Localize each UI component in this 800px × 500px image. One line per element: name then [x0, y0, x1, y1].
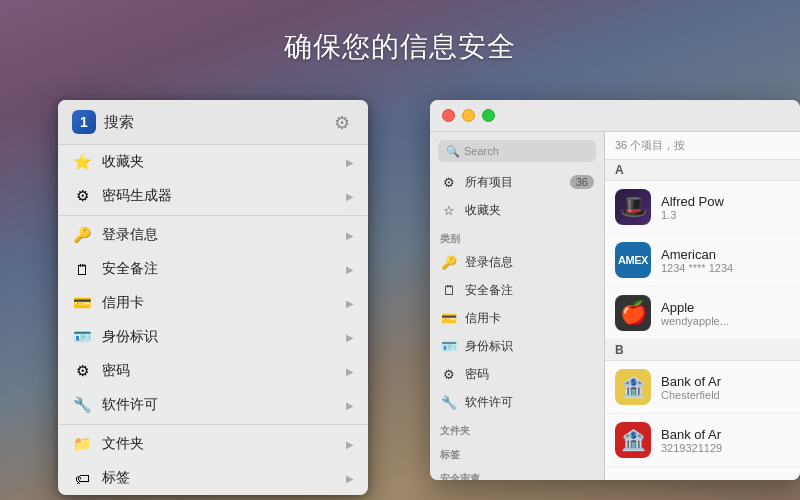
sidebar-item-secure-note[interactable]: 🗒 安全备注 — [430, 276, 604, 304]
arrow-icon: ▶ — [346, 298, 354, 309]
arrow-icon: ▶ — [346, 439, 354, 450]
section-title-categories: 类别 — [430, 224, 604, 248]
sidebar-item-identity[interactable]: 🪪 身份标识 — [430, 332, 604, 360]
identity-icon: 🪪 — [440, 337, 458, 355]
popup-item-favorites[interactable]: ⭐ 收藏夹 ▶ — [58, 145, 368, 179]
popup-item-credit-card[interactable]: 💳 信用卡 ▶ — [58, 286, 368, 320]
sidebar-item-password[interactable]: ⚙ 密码 — [430, 360, 604, 388]
credit-card-icon: 💳 — [72, 293, 92, 313]
amex-icon: AMEX — [615, 242, 651, 278]
sidebar-item-all-label: 所有项目 — [465, 174, 570, 191]
popup-item-password[interactable]: ⚙ 密码 ▶ — [58, 354, 368, 388]
popup-item-password-gen[interactable]: ⚙ 密码生成器 ▶ — [58, 179, 368, 213]
login-icon: 🔑 — [440, 253, 458, 271]
password-icon: ⚙ — [440, 365, 458, 383]
sidebar-login-label: 登录信息 — [465, 254, 594, 271]
search-placeholder: Search — [464, 145, 499, 157]
identity-icon: 🪪 — [72, 327, 92, 347]
all-items-count: 36 — [570, 175, 594, 189]
arrow-icon: ▶ — [346, 366, 354, 377]
entry-bank1[interactable]: 🏦 Bank of Ar Chesterfield — [605, 361, 800, 414]
arrow-icon: ▶ — [346, 332, 354, 343]
popup-menu: 1 搜索 ⚙ ⭐ 收藏夹 ▶ ⚙ 密码生成器 ▶ 🔑 登录信息 ▶ 🗒 安全备注… — [58, 100, 368, 495]
entry-name-apple: Apple — [661, 300, 790, 315]
entry-sub-bank1: Chesterfield — [661, 389, 790, 401]
sidebar-item-all[interactable]: ⚙ 所有项目 36 — [430, 168, 604, 196]
secure-note-icon: 🗒 — [72, 259, 92, 279]
popup-item-label: 软件许可 — [102, 396, 346, 414]
sidebar-item-software[interactable]: 🔧 软件许可 — [430, 388, 604, 416]
search-icon: 🔍 — [446, 145, 460, 158]
apple-icon: 🍎 — [615, 295, 651, 331]
entry-name-amex: American — [661, 247, 790, 262]
sidebar-secure-note-label: 安全备注 — [465, 282, 594, 299]
main-header: 36 个项目，按 — [605, 132, 800, 160]
tags-icon: 🏷 — [72, 468, 92, 488]
entry-amex[interactable]: AMEX American 1234 **** 1234 — [605, 234, 800, 287]
entry-bank2[interactable]: 🏦 Bank of Ar 3219321129 — [605, 414, 800, 467]
popup-item-label: 登录信息 — [102, 226, 346, 244]
entry-name-alfred: Alfred Pow — [661, 194, 790, 209]
entry-sub-bank2: 3219321129 — [661, 442, 790, 454]
popup-item-identity[interactable]: 🪪 身份标识 ▶ — [58, 320, 368, 354]
main-content: 36 个项目，按 A 🎩 Alfred Pow 1.3 AMEX America… — [605, 132, 800, 480]
popup-item-secure-note[interactable]: 🗒 安全备注 ▶ — [58, 252, 368, 286]
popup-item-label: 标签 — [102, 469, 346, 487]
close-button[interactable] — [442, 109, 455, 122]
bank1-icon: 🏦 — [615, 369, 651, 405]
popup-item-software[interactable]: 🔧 软件许可 ▶ — [58, 388, 368, 422]
sidebar-password-label: 密码 — [465, 366, 594, 383]
entry-text-bank1: Bank of Ar Chesterfield — [661, 374, 790, 401]
arrow-icon: ▶ — [346, 230, 354, 241]
onepassword-logo: 1 — [72, 110, 96, 134]
entry-text-bank2: Bank of Ar 3219321129 — [661, 427, 790, 454]
entry-apple[interactable]: 🍎 Apple wendyapple... — [605, 287, 800, 340]
divider — [58, 424, 368, 425]
bank2-icon: 🏦 — [615, 422, 651, 458]
sidebar-item-favorites-label: 收藏夹 — [465, 202, 594, 219]
favorites-icon: ☆ — [440, 201, 458, 219]
sidebar-credit-card-label: 信用卡 — [465, 310, 594, 327]
entry-alfred[interactable]: 🎩 Alfred Pow 1.3 — [605, 181, 800, 234]
popup-item-label: 身份标识 — [102, 328, 346, 346]
section-title-audit: 安全审查 — [430, 464, 604, 480]
all-items-icon: ⚙ — [440, 173, 458, 191]
popup-item-folder[interactable]: 📁 文件夹 ▶ — [58, 427, 368, 461]
sidebar-item-login[interactable]: 🔑 登录信息 — [430, 248, 604, 276]
entry-sub-apple: wendyapple... — [661, 315, 790, 327]
gear-icon[interactable]: ⚙ — [334, 112, 354, 132]
page-title: 确保您的信息安全 — [0, 28, 800, 66]
entry-text-amex: American 1234 **** 1234 — [661, 247, 790, 274]
section-b: B — [605, 340, 800, 361]
popup-item-label: 安全备注 — [102, 260, 346, 278]
arrow-icon: ▶ — [346, 264, 354, 275]
arrow-icon: ▶ — [346, 157, 354, 168]
password-gen-icon: ⚙ — [72, 186, 92, 206]
maximize-button[interactable] — [482, 109, 495, 122]
search-bar[interactable]: 🔍 Search — [438, 140, 596, 162]
popup-item-tags[interactable]: 🏷 标签 ▶ — [58, 461, 368, 495]
minimize-button[interactable] — [462, 109, 475, 122]
entry-name-bank2: Bank of Ar — [661, 427, 790, 442]
login-icon: 🔑 — [72, 225, 92, 245]
entry-name-bank1: Bank of Ar — [661, 374, 790, 389]
app-window: 🔍 Search ⚙ 所有项目 36 ☆ 收藏夹 类别 🔑 登录信息 🗒 安全备… — [430, 100, 800, 480]
sidebar-identity-label: 身份标识 — [465, 338, 594, 355]
sidebar-item-favorites[interactable]: ☆ 收藏夹 — [430, 196, 604, 224]
favorites-icon: ⭐ — [72, 152, 92, 172]
entry-text-apple: Apple wendyapple... — [661, 300, 790, 327]
arrow-icon: ▶ — [346, 191, 354, 202]
alfred-icon: 🎩 — [615, 189, 651, 225]
popup-item-label: 密码生成器 — [102, 187, 346, 205]
popup-item-login[interactable]: 🔑 登录信息 ▶ — [58, 218, 368, 252]
password-icon: ⚙ — [72, 361, 92, 381]
sidebar: 🔍 Search ⚙ 所有项目 36 ☆ 收藏夹 类别 🔑 登录信息 🗒 安全备… — [430, 132, 605, 480]
sidebar-software-label: 软件许可 — [465, 394, 594, 411]
arrow-icon: ▶ — [346, 473, 354, 484]
entry-sub-amex: 1234 **** 1234 — [661, 262, 790, 274]
sidebar-item-credit-card[interactable]: 💳 信用卡 — [430, 304, 604, 332]
section-a: A — [605, 160, 800, 181]
section-title-tags: 标签 — [430, 440, 604, 464]
popup-search-label: 搜索 — [104, 113, 334, 132]
popup-item-label: 收藏夹 — [102, 153, 346, 171]
